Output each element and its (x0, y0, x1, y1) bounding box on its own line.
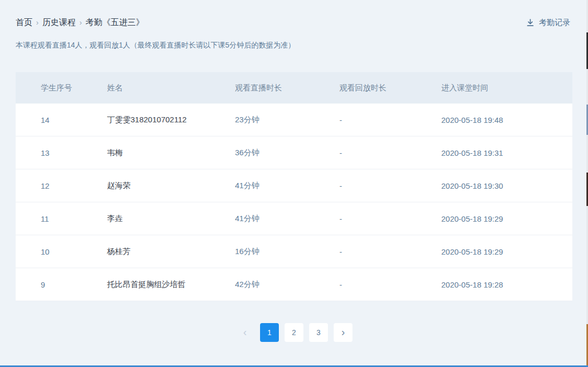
table-row: 10 杨桂芳 16分钟 - 2020-05-18 19:29 (16, 235, 572, 268)
cell-live: 36分钟 (235, 148, 339, 158)
column-header-name: 姓名 (107, 83, 235, 93)
cell-name: 杨桂芳 (107, 247, 235, 257)
cell-seq: 9 (16, 280, 107, 289)
cell-enter: 2020-05-18 19:29 (441, 247, 572, 256)
cell-replay: - (339, 247, 441, 256)
attendance-page: 首页 › 历史课程 › 考勤《五进三》 考勤记录 本课程观看直播14人，观看回放… (0, 0, 588, 367)
column-header-student-seq: 学生序号 (16, 83, 107, 93)
cell-replay: - (339, 116, 441, 124)
course-summary-text: 本课程观看直播14人，观看回放1人（最终观看直播时长请以下课5分钟后的数据为准） (16, 41, 295, 50)
table-row: 14 丁雯雯3182010702112 23分钟 - 2020-05-18 19… (16, 104, 572, 136)
cell-replay: - (339, 181, 441, 190)
column-header-replay-duration: 观看回放时长 (339, 83, 441, 93)
cell-live: 16分钟 (235, 247, 339, 257)
cell-enter: 2020-05-18 19:31 (441, 148, 572, 157)
table-row: 9 托比昂首挺胸组沙培哲 42分钟 - 2020-05-18 19:28 (16, 268, 572, 301)
cell-live: 41分钟 (235, 214, 339, 224)
column-header-enter-time: 进入课堂时间 (441, 83, 572, 93)
breadcrumb-history-courses[interactable]: 历史课程 (42, 17, 76, 28)
breadcrumb-home[interactable]: 首页 (16, 17, 32, 28)
top-bar: 首页 › 历史课程 › 考勤《五进三》 考勤记录 (16, 16, 570, 29)
cell-name: 丁雯雯3182010702112 (107, 115, 235, 125)
chevron-right-icon: › (342, 327, 345, 337)
attendance-record-download-button[interactable]: 考勤记录 (526, 18, 570, 28)
cell-live: 23分钟 (235, 115, 339, 125)
cell-live: 42分钟 (235, 280, 339, 290)
pagination-prev-button[interactable]: ‹ (236, 323, 254, 342)
cell-replay: - (339, 280, 441, 289)
cell-name: 李垚 (107, 214, 235, 224)
download-label: 考勤记录 (539, 18, 570, 28)
chevron-left-icon: ‹ (243, 327, 247, 337)
cell-live: 41分钟 (235, 181, 339, 191)
cell-seq: 13 (16, 148, 107, 157)
table-row: 12 赵海荣 41分钟 - 2020-05-18 19:30 (16, 169, 572, 202)
breadcrumb: 首页 › 历史课程 › 考勤《五进三》 (16, 17, 144, 28)
chevron-right-icon: › (36, 18, 39, 27)
table-row: 11 李垚 41分钟 - 2020-05-18 19:29 (16, 202, 572, 235)
pagination-next-button[interactable]: › (334, 323, 352, 342)
cell-name: 韦梅 (107, 148, 235, 158)
cell-enter: 2020-05-18 19:30 (441, 181, 572, 190)
column-header-live-duration: 观看直播时长 (235, 83, 339, 93)
pagination-page-1[interactable]: 1 (260, 323, 279, 342)
table-row: 13 韦梅 36分钟 - 2020-05-18 19:31 (16, 136, 572, 169)
pagination-page-2[interactable]: 2 (285, 323, 303, 342)
cell-replay: - (339, 148, 441, 157)
attendance-table: 学生序号 姓名 观看直播时长 观看回放时长 进入课堂时间 14 丁雯雯31820… (16, 72, 572, 301)
cell-seq: 11 (16, 214, 107, 223)
pagination: ‹ 1 2 3 › (0, 323, 588, 342)
cell-seq: 12 (16, 181, 107, 190)
cell-enter: 2020-05-18 19:28 (441, 280, 572, 289)
download-icon (526, 18, 535, 27)
cell-replay: - (339, 214, 441, 223)
chevron-right-icon: › (79, 18, 82, 27)
cell-name: 托比昂首挺胸组沙培哲 (107, 280, 235, 290)
cell-seq: 14 (16, 116, 107, 124)
table-header-row: 学生序号 姓名 观看直播时长 观看回放时长 进入课堂时间 (16, 72, 572, 104)
breadcrumb-current-attendance: 考勤《五进三》 (86, 17, 144, 28)
cell-name: 赵海荣 (107, 181, 235, 191)
pagination-page-3[interactable]: 3 (309, 323, 328, 342)
cell-enter: 2020-05-18 19:48 (441, 116, 572, 124)
cell-enter: 2020-05-18 19:29 (441, 214, 572, 223)
cell-seq: 10 (16, 247, 107, 256)
